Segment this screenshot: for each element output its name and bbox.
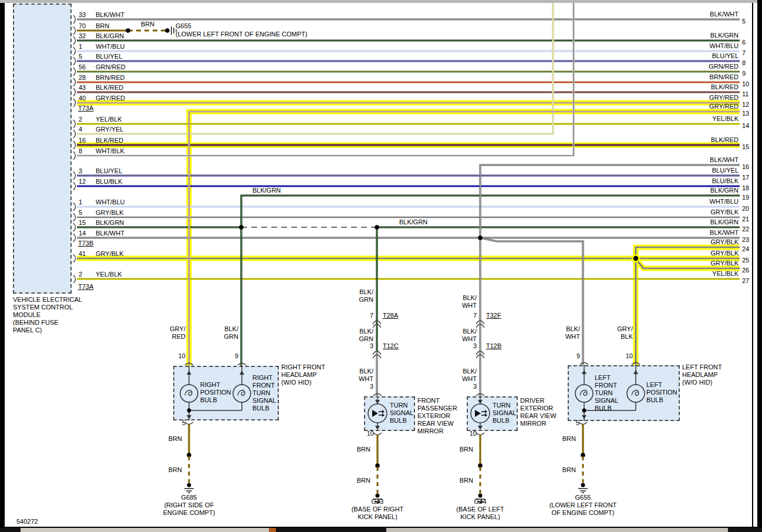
junction-dot [375, 225, 379, 230]
wire-color-label: GRY/ RED [170, 325, 186, 341]
wire-color-label: WHT/BLU [96, 198, 125, 206]
connector-bracket-icon [73, 47, 76, 55]
pin-number: 5 [79, 209, 82, 217]
arrowhead-icon [375, 400, 380, 404]
ground-name: G655 [536, 494, 630, 501]
connector-bracket-icon [73, 182, 76, 190]
ground-location: (RIGHT SIDE OF ENGINE COMPT) [142, 501, 236, 517]
component-name: LEFT FRONT HEADLAMP (W/O HID) [682, 363, 722, 386]
connector-label: T32F [486, 312, 501, 319]
wire-color-label: BLK/GRN [399, 218, 427, 226]
wire-color-label: BLK/ WHT [565, 325, 580, 341]
pin-number: 6 [742, 39, 746, 46]
junction-dot [187, 483, 191, 487]
pin-number: 18 [742, 184, 749, 192]
pin-number: 14 [79, 230, 86, 237]
ground-name: G685 [142, 494, 236, 501]
pin-number: 27 [742, 277, 749, 285]
connector-bracket-icon [73, 68, 76, 76]
wire-color-label: BLK/GRN [710, 187, 739, 194]
wire-color-label: BLU/YEL [712, 167, 739, 174]
wire-color-label: BLK/ GRN [359, 328, 373, 343]
wire-color-label: BLK/RED [96, 84, 123, 92]
pin-number: 3 [473, 342, 477, 350]
connector-bracket-icon [73, 99, 76, 107]
junction-dot [581, 483, 585, 487]
bulb-label: TURN SIGNAL BULB [493, 402, 516, 425]
pin-number: 40 [79, 95, 86, 102]
wire-color-label: BLK/RED [96, 137, 123, 144]
wire-color-label: BRN [562, 466, 576, 474]
arrowhead-icon [582, 415, 586, 419]
wire-color-label: GRN/RED [709, 63, 739, 70]
pin-number: 32 [79, 32, 86, 40]
pin-number: 23 [742, 236, 749, 244]
bulb-filament-icon [185, 390, 192, 395]
module-connector-label: T73B [78, 240, 93, 247]
junction-dot [478, 235, 483, 240]
pin-connector-icon [373, 433, 382, 435]
pin-number: 41 [79, 250, 86, 258]
wire-color-label: WHT/BLU [96, 43, 125, 50]
arrowhead-icon [187, 415, 191, 419]
pin-number: 20 [742, 205, 749, 213]
junction-dot [633, 256, 638, 261]
wire-color-label: GRY/BLK [96, 250, 124, 258]
junction-dot [187, 409, 191, 413]
junction-dot [165, 28, 170, 33]
wire-color-label: BLK/WHT [710, 156, 739, 164]
pin-number: 3 [370, 342, 373, 350]
bulb-icon [233, 385, 251, 402]
pin-number: 70 [79, 22, 86, 30]
arrowhead-icon [187, 371, 191, 375]
wire-color-label: BRN [357, 477, 370, 484]
ground-location: (LOWER LEFT FRONT OF ENGINE COMPT) [536, 501, 630, 517]
pin-number: 10 [742, 80, 749, 88]
arrowhead-icon [582, 370, 586, 374]
pin-number: 8 [79, 147, 82, 155]
pin-number: 12 [742, 101, 749, 109]
wire-color-label: BLK/GRN [710, 32, 739, 39]
bulb-filament-icon [580, 390, 587, 395]
wire-color-label: YEL/BLK [96, 116, 122, 123]
wire-color-label: BLK/WHT [710, 11, 739, 18]
arrowhead-icon [478, 400, 483, 404]
wire-color-label: BLK/ GRN [224, 325, 238, 341]
wire-color-label: WHT/BLU [710, 198, 739, 206]
wire-color-label: BLK/RED [711, 83, 739, 91]
connector-label: T12B [486, 342, 501, 350]
wire-color-label: WHT/BLU [710, 42, 739, 50]
connector-bracket-icon [73, 223, 76, 231]
bulb-filament-icon [632, 390, 639, 395]
wire-blk-grn [241, 196, 740, 366]
pin-connector-icon [580, 363, 588, 365]
wire-color-label: BRN [96, 22, 109, 30]
pin-number: 7 [473, 312, 477, 319]
pin-number: 43 [79, 84, 86, 92]
pin-number: 4 [79, 126, 82, 133]
pin-number: 9 [742, 70, 746, 78]
wire-color-label: BLK/ WHT [462, 368, 477, 383]
pin-number: 13 [742, 110, 749, 117]
pin-number: 10 [178, 352, 186, 360]
pin-number: 19 [742, 194, 749, 201]
ground-name: G655 [176, 22, 191, 30]
pin-number: 24 [742, 245, 749, 253]
wire-color-label: BLU/YEL [96, 53, 122, 60]
wire-color-label: BLK/RED [711, 136, 739, 144]
wire-color-label: BRN [168, 466, 182, 474]
junction-dot [239, 225, 244, 230]
pin-number: 8 [742, 59, 746, 67]
wire-color-label: BLK/ WHT [359, 368, 373, 383]
pin-number: 25 [742, 257, 749, 264]
module-connector-label: T73A [78, 283, 93, 291]
connector-bracket-icon [73, 120, 76, 128]
connector-bracket-icon [73, 15, 76, 23]
pin-number: 16 [742, 163, 749, 171]
wire-color-label: BRN [357, 446, 370, 453]
bulb-icon [575, 385, 593, 402]
wire-color-label: YEL/BLK [96, 271, 122, 278]
wire-color-label: GRY/BLK [711, 260, 739, 267]
connector-label: T12C [383, 342, 399, 350]
connector-bracket-icon [73, 171, 76, 180]
